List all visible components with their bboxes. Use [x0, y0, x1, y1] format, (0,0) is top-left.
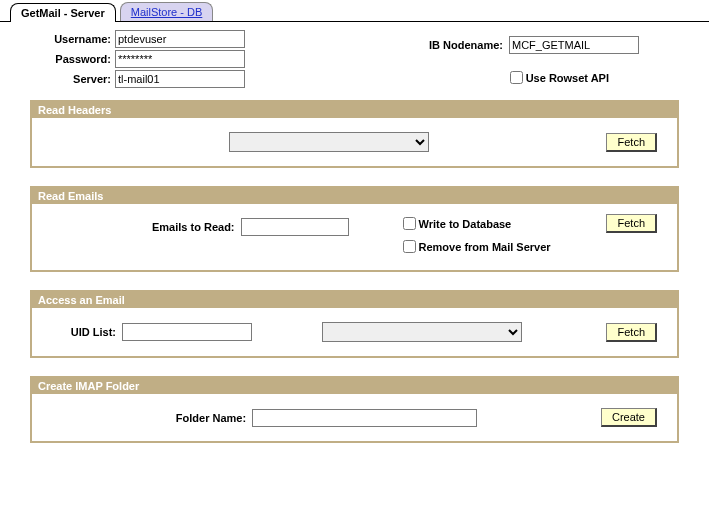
ib-nodename-label: IB Nodename:: [429, 39, 509, 51]
username-label: Username:: [30, 33, 115, 45]
read-headers-select[interactable]: [229, 132, 429, 152]
panel-read-emails-title: Read Emails: [32, 188, 677, 204]
username-input[interactable]: [115, 30, 245, 48]
password-input[interactable]: [115, 50, 245, 68]
folder-name-label: Folder Name:: [176, 412, 252, 424]
remove-from-mail-server-checkbox[interactable]: [403, 240, 416, 253]
access-email-fetch-button[interactable]: Fetch: [606, 323, 657, 342]
panel-read-headers: Read Headers Fetch: [30, 100, 679, 168]
remove-from-mail-server-label: Remove from Mail Server: [419, 241, 551, 253]
connection-form: Username: Password: Server: IB Nodename:…: [0, 22, 709, 94]
create-folder-button[interactable]: Create: [601, 408, 657, 427]
folder-name-input[interactable]: [252, 409, 477, 427]
panel-create-imap-folder-title: Create IMAP Folder: [32, 378, 677, 394]
use-rowset-api-label: Use Rowset API: [526, 72, 609, 84]
panel-read-emails: Read Emails Emails to Read: Write to Dat…: [30, 186, 679, 272]
read-emails-fetch-button[interactable]: Fetch: [606, 214, 657, 233]
panel-read-headers-title: Read Headers: [32, 102, 677, 118]
uid-list-label: UID List:: [52, 326, 122, 338]
access-email-select[interactable]: [322, 322, 522, 342]
emails-to-read-input[interactable]: [241, 218, 349, 236]
server-input[interactable]: [115, 70, 245, 88]
write-to-database-label: Write to Database: [419, 218, 512, 230]
use-rowset-api-checkbox[interactable]: [510, 71, 523, 84]
uid-list-input[interactable]: [122, 323, 252, 341]
read-headers-fetch-button[interactable]: Fetch: [606, 133, 657, 152]
panel-create-imap-folder: Create IMAP Folder Folder Name: Create: [30, 376, 679, 443]
tab-getmail-server[interactable]: GetMail - Server: [10, 3, 116, 22]
write-to-database-checkbox[interactable]: [403, 217, 416, 230]
panel-access-email-title: Access an Email: [32, 292, 677, 308]
tab-mailstore-db[interactable]: MailStore - DB: [120, 2, 214, 21]
server-label: Server:: [30, 73, 115, 85]
emails-to-read-label: Emails to Read:: [152, 221, 241, 233]
tabs-row: GetMail - Server MailStore - DB: [0, 0, 709, 22]
password-label: Password:: [30, 53, 115, 65]
panel-access-email: Access an Email UID List: Fetch: [30, 290, 679, 358]
ib-nodename-input[interactable]: [509, 36, 639, 54]
